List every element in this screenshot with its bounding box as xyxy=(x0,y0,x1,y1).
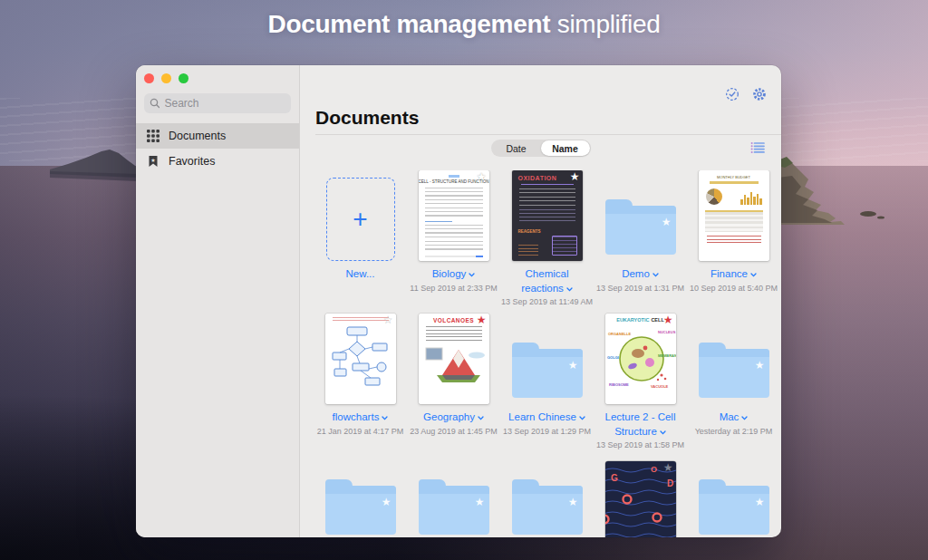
sidebar-item-label: Favorites xyxy=(169,155,215,168)
chevron-down-icon xyxy=(478,416,484,420)
document-item[interactable]: MONTHLY BUDGET Finance xyxy=(687,170,780,314)
folder-thumbnail[interactable]: ★ xyxy=(419,486,489,535)
svg-text:NUCLEUS: NUCLEUS xyxy=(658,330,676,334)
documents-grid: + New... CELL - STRUCTURE AND FUNCTION xyxy=(314,170,780,537)
document-thumbnail-biology[interactable]: CELL - STRUCTURE AND FUNCTION ★ xyxy=(419,170,489,261)
favorite-star-icon: ★ xyxy=(663,462,673,473)
wallpaper-left-headland xyxy=(0,141,138,181)
page-title: Document management simplified xyxy=(0,10,928,39)
favorite-star-icon: ★ xyxy=(570,171,580,182)
document-date: 13 Sep 2019 at 1:58 PM xyxy=(596,440,684,449)
sort-toolbar: Date Name xyxy=(300,139,781,160)
sidebar: Documents ★ Favorites xyxy=(136,65,300,537)
search-input[interactable] xyxy=(163,96,285,111)
headline-bold: Document management xyxy=(268,10,551,38)
favorites-bookmark-icon: ★ xyxy=(147,155,160,168)
chevron-down-icon xyxy=(660,430,666,435)
window-toolbar-icons xyxy=(725,87,767,101)
document-name[interactable]: Finance xyxy=(710,267,757,282)
favorite-star-icon: ★ xyxy=(663,314,673,325)
sort-segmented-control: Date Name xyxy=(491,140,591,157)
search-field[interactable] xyxy=(144,93,291,113)
search-icon xyxy=(150,98,160,109)
new-document-button[interactable]: + xyxy=(326,178,395,261)
new-document-item[interactable]: + New... xyxy=(314,170,407,314)
favorite-star-icon: ★ xyxy=(568,497,578,507)
folder-item[interactable]: ★ xyxy=(687,461,780,537)
app-window: Documents ★ Favorites Documents xyxy=(136,65,781,537)
folder-item[interactable]: ★ Mac Yesterday at 2:19 PM xyxy=(687,314,780,461)
favorite-star-icon: ★ xyxy=(382,497,392,507)
favorite-star-icon: ★ xyxy=(755,497,765,507)
sidebar-item-favorites[interactable]: ★ Favorites xyxy=(136,149,299,174)
folder-item[interactable]: ★ Learn Chinese 13 Sep 2019 at 1:29 PM xyxy=(500,314,594,461)
close-button[interactable] xyxy=(144,73,154,83)
favorite-star-icon: ★ xyxy=(477,314,487,325)
folder-name[interactable]: Demo xyxy=(622,267,659,282)
svg-text:GOLGI: GOLGI xyxy=(607,355,619,360)
sort-by-date-segment[interactable]: Date xyxy=(492,140,541,156)
folder-item[interactable]: ★ xyxy=(500,461,594,537)
folder-thumbnail[interactable]: ★ xyxy=(699,349,769,398)
svg-text:RIBOSOME: RIBOSOME xyxy=(609,382,629,387)
document-thumbnail-chemical[interactable]: OXIDATION REAGENTS ★ xyxy=(512,170,583,261)
document-name[interactable]: Geography xyxy=(423,410,484,425)
folder-thumbnail[interactable]: ★ xyxy=(512,486,583,535)
sidebar-item-documents[interactable]: Documents xyxy=(136,123,299,149)
document-name[interactable]: flowcharts xyxy=(333,410,389,425)
folder-date: Yesterday at 2:19 PM xyxy=(695,427,773,436)
chevron-down-icon xyxy=(382,416,388,420)
select-documents-icon[interactable] xyxy=(725,87,740,101)
flowchart-sketch xyxy=(325,322,396,394)
folder-thumbnail[interactable]: ★ xyxy=(512,349,583,398)
document-thumbnail-lecture[interactable]: EUKARYOTIC CELL ORGANELLE NUCLEUS xyxy=(605,314,676,404)
sort-by-name-segment[interactable]: Name xyxy=(541,140,590,156)
folder-thumbnail[interactable]: ★ xyxy=(699,486,769,535)
zoom-button[interactable] xyxy=(179,73,188,83)
folder-date: 13 Sep 2019 at 1:29 PM xyxy=(503,427,591,436)
document-thumbnail-flowcharts[interactable]: ☆ xyxy=(325,314,396,404)
document-item[interactable]: ☆ flowcharts 21 Jan 2019 at 4:17 PM xyxy=(314,314,407,461)
budget-table-sketch xyxy=(705,210,763,232)
document-item[interactable]: EUKARYOTIC CELL ORGANELLE NUCLEUS xyxy=(594,314,687,461)
folder-item[interactable]: ★ xyxy=(407,461,500,537)
notebook-thumbnail[interactable]: G O D ★ xyxy=(605,461,676,537)
svg-text:ORGANELLE: ORGANELLE xyxy=(608,332,631,336)
favorite-star-icon: ★ xyxy=(662,217,672,227)
notebook-item[interactable]: G O D ★ xyxy=(594,461,687,537)
document-thumbnail-geography[interactable]: VOLCANOES ★ xyxy=(419,314,489,404)
wallpaper-right-cliff xyxy=(778,156,895,233)
folder-thumbnail[interactable]: ★ xyxy=(605,206,676,255)
volcano-sketch xyxy=(419,341,489,388)
folder-name[interactable]: Mac xyxy=(720,410,749,425)
document-name[interactable]: Lecture 2 - Cell Structure xyxy=(597,410,684,439)
folder-item[interactable]: ★ xyxy=(314,461,407,537)
folder-thumbnail[interactable]: ★ xyxy=(325,486,396,535)
folder-date: 13 Sep 2019 at 1:31 PM xyxy=(596,284,684,293)
document-name[interactable]: New... xyxy=(346,267,375,282)
svg-text:D: D xyxy=(667,478,673,488)
chevron-down-icon xyxy=(566,287,573,292)
document-thumbnail-finance[interactable]: MONTHLY BUDGET xyxy=(699,170,769,261)
minimize-button[interactable] xyxy=(161,73,171,83)
favorite-star-icon: ★ xyxy=(477,171,487,182)
folder-name[interactable]: Learn Chinese xyxy=(508,410,585,425)
headline-light: simplified xyxy=(557,10,661,38)
sidebar-item-label: Documents xyxy=(169,130,226,142)
document-name[interactable]: Chemical reactions xyxy=(504,267,591,295)
document-name[interactable]: Biology xyxy=(432,267,476,282)
document-item[interactable]: CELL - STRUCTURE AND FUNCTION ★ Biology … xyxy=(407,170,500,314)
document-item[interactable]: OXIDATION REAGENTS ★ Chemical reactions … xyxy=(500,170,594,314)
svg-text:MEMBRANE: MEMBRANE xyxy=(658,353,676,358)
favorite-star-icon: ★ xyxy=(755,360,765,371)
chevron-down-icon xyxy=(652,273,659,277)
folder-item[interactable]: ★ Demo 13 Sep 2019 at 1:31 PM xyxy=(594,170,687,314)
list-view-icon[interactable] xyxy=(750,141,766,154)
heading-divider xyxy=(315,134,781,135)
favorite-star-icon: ☆ xyxy=(383,314,393,325)
document-item[interactable]: VOLCANOES ★ Geography 2 xyxy=(407,314,500,461)
bar-chart-sketch xyxy=(740,190,762,205)
sidebar-nav: Documents ★ Favorites xyxy=(136,123,299,174)
settings-gear-icon[interactable] xyxy=(752,87,767,101)
document-date: 11 Sep 2019 at 2:33 PM xyxy=(410,284,497,293)
